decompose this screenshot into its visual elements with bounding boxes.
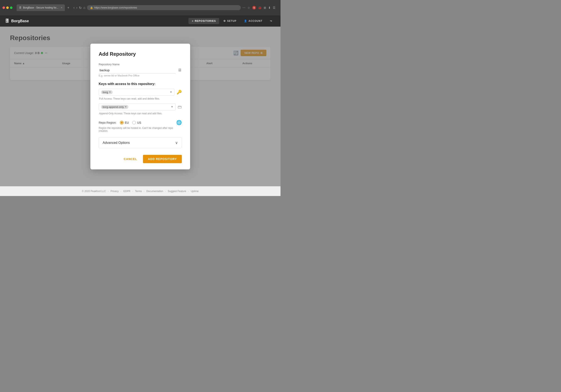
address-bar[interactable]: 🔒 https://www.borgbase.com/repositories [87, 5, 241, 10]
tab-favicon-icon: 🗄 [19, 6, 22, 9]
footer-uptime[interactable]: Uptime [191, 190, 199, 193]
download-icon[interactable]: ⬇ [268, 6, 271, 9]
modal-overlay[interactable]: Add Repository Repository Name 🖥 E.g. se… [0, 27, 280, 186]
chevron-down-icon: ∨ [175, 141, 178, 145]
append-only-select[interactable]: borg-append-only ✕ ▼ [99, 104, 176, 110]
append-only-tag-remove[interactable]: ✕ [125, 105, 127, 108]
footer-documentation[interactable]: Documentation [146, 190, 163, 193]
append-only-desc: Append-Only Access: These keys can read … [99, 112, 182, 115]
add-repository-modal: Add Repository Repository Name 🖥 E.g. se… [90, 44, 190, 169]
extensions-icon[interactable]: ⋯ [242, 6, 245, 9]
region-us-label: US [137, 121, 141, 124]
apps-icon[interactable]: ⊞ [264, 6, 266, 9]
footer-gdpr[interactable]: GDPR [123, 190, 130, 193]
footer-terms[interactable]: Terms [135, 190, 142, 193]
page: Repositories Current Usage: 0 B ✏ 🔄 NEW … [0, 27, 280, 186]
full-access-tag-remove[interactable]: ✕ [109, 91, 111, 94]
maximize-window-button[interactable] [10, 6, 12, 9]
keys-section-title: Keys with access to this repository: [99, 82, 182, 86]
traffic-lights [2, 6, 12, 9]
browser-icons: ⋯ ☆ S 🐞 ⊞ ⬇ ☰ [242, 6, 276, 10]
logo: 🗄 BorgBase [5, 19, 188, 23]
browser-chrome: 🗄 BorgBase - Secure hosting for... × + ‹… [0, 0, 280, 15]
nav-links: ≡ REPOSITORIES ⚙ SETUP 👤 ACCOUNT ↪ [188, 18, 276, 24]
url-text: https://www.borgbase.com/repositories [94, 6, 137, 9]
full-access-tag-label: borg [103, 91, 108, 94]
modal-title: Add Repository [99, 51, 182, 57]
modal-footer: CANCEL ADD REPOSITORY [99, 153, 182, 163]
logo-text: BorgBase [11, 19, 29, 23]
footer-privacy[interactable]: Privacy [110, 190, 119, 193]
radio-inner-dot [121, 122, 123, 124]
repo-name-row: 🖥 [99, 67, 182, 73]
full-access-tags: borg ✕ [101, 90, 113, 94]
footer-copyright: © 2020 Peakford LLC [82, 190, 106, 193]
nav-setup[interactable]: ⚙ SETUP [220, 18, 240, 24]
full-access-desc: Full Access: These keys can read, add an… [99, 97, 182, 100]
app: 🗄 BorgBase ≡ REPOSITORIES ⚙ SETUP 👤 ACCO… [0, 15, 280, 196]
bookmark-icon[interactable]: ☆ [248, 6, 250, 9]
nav-repositories[interactable]: ≡ REPOSITORIES [188, 18, 219, 24]
region-group: Repo Region: EU US 🌐 Reg [99, 120, 182, 132]
archive-icon: 🗃 [178, 105, 182, 109]
tab-close-icon[interactable]: × [61, 6, 62, 9]
close-window-button[interactable] [2, 6, 5, 9]
setup-icon: ⚙ [223, 20, 226, 22]
home-button[interactable]: ⌂ [83, 6, 86, 10]
append-only-tag-label: borg-append-only [103, 105, 124, 109]
tab-title: BorgBase - Secure hosting for... [23, 6, 58, 9]
append-only-wrapper: borg-append-only ✕ ▼ 🗃 [99, 104, 182, 110]
cancel-button[interactable]: CANCEL [121, 156, 140, 162]
laptop-icon: 🖥 [178, 68, 182, 73]
account-icon: 👤 [244, 20, 247, 22]
nav-account-label: ACCOUNT [248, 20, 262, 22]
full-access-chevron-down-icon: ▼ [170, 91, 172, 94]
repo-name-hint: E.g. server.tld or Macbook Pro Office [99, 74, 182, 77]
nav: 🗄 BorgBase ≡ REPOSITORIES ⚙ SETUP 👤 ACCO… [0, 15, 280, 27]
minimize-window-button[interactable] [6, 6, 9, 9]
addon-icon[interactable]: 🐞 [258, 6, 262, 9]
region-row: Repo Region: EU US 🌐 [99, 120, 182, 125]
lock-icon: 🔒 [90, 6, 93, 9]
nav-logout[interactable]: ↪ [267, 18, 276, 24]
footer-suggest-feature[interactable]: Suggest Feature [168, 190, 186, 193]
forward-button[interactable]: › [76, 6, 77, 10]
menu-icon[interactable]: ☰ [273, 6, 276, 9]
region-eu-radio[interactable] [120, 121, 124, 124]
globe-icon: 🌐 [176, 120, 182, 125]
keys-group: Keys with access to this repository: bor… [99, 82, 182, 115]
profile-icon[interactable]: S [252, 6, 256, 10]
add-repository-button[interactable]: ADD REPOSITORY [143, 155, 182, 163]
nav-setup-label: SETUP [227, 20, 237, 22]
address-bar-row: ‹ › ↻ ⌂ 🔒 https://www.borgbase.com/repos… [73, 5, 276, 10]
reload-button[interactable]: ↻ [79, 6, 82, 10]
page-footer: © 2020 Peakford LLC · Privacy · GDPR · T… [0, 186, 280, 196]
full-access-wrapper: borg ✕ ▼ 🔑 [99, 89, 182, 96]
advanced-options-toggle[interactable]: Advanced Options ∨ [99, 137, 182, 148]
key-icon: 🔑 [177, 90, 182, 95]
advanced-options-label: Advanced Options [103, 141, 130, 145]
back-button[interactable]: ‹ [73, 6, 74, 10]
nav-repositories-label: REPOSITORIES [195, 20, 216, 22]
append-only-tags: borg-append-only ✕ [101, 105, 129, 109]
region-desc: Region the repository will be hosted in.… [99, 127, 182, 132]
region-eu-option[interactable]: EU [120, 121, 129, 124]
append-only-chevron-down-icon: ▼ [171, 105, 173, 108]
repositories-icon: ≡ [192, 20, 194, 22]
new-tab-icon[interactable]: + [67, 6, 69, 10]
append-only-tag: borg-append-only ✕ [101, 105, 129, 109]
logout-icon: ↪ [270, 20, 272, 22]
repo-name-label: Repository Name [99, 63, 182, 66]
nav-account[interactable]: 👤 ACCOUNT [241, 18, 266, 24]
region-label: Repo Region: [99, 121, 117, 124]
full-access-select[interactable]: borg ✕ ▼ [99, 89, 174, 96]
region-eu-label: EU [125, 121, 129, 124]
full-access-tag: borg ✕ [101, 90, 113, 94]
region-us-radio[interactable] [132, 121, 136, 124]
repo-name-input[interactable] [99, 67, 176, 73]
logo-icon: 🗄 [5, 19, 9, 23]
browser-tab[interactable]: 🗄 BorgBase - Secure hosting for... × [17, 4, 65, 11]
region-us-option[interactable]: US [132, 121, 141, 124]
repo-name-group: Repository Name 🖥 E.g. server.tld or Mac… [99, 63, 182, 77]
